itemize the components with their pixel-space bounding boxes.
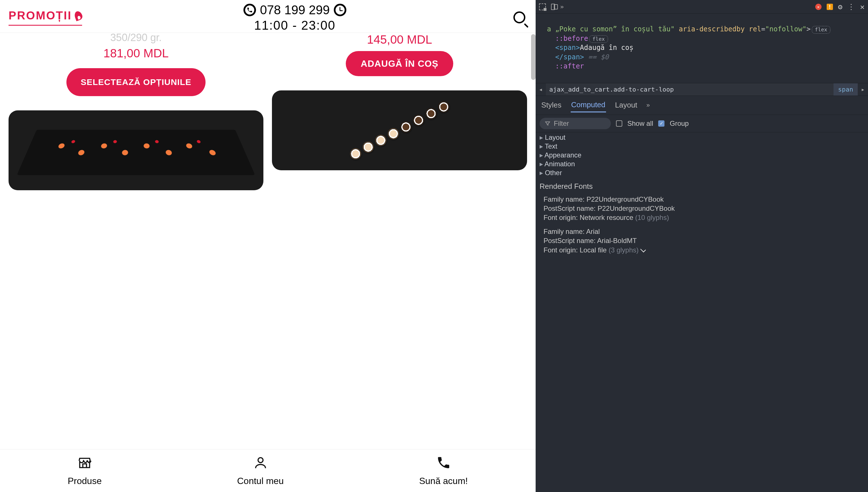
- promo-tab[interactable]: PROMOȚII: [8, 3, 82, 26]
- site-content: 350/290 gr. 181,00 MDL SELECTEAZĂ OPȚIUN…: [0, 33, 536, 449]
- clock-icon: [334, 4, 346, 16]
- flex-pill[interactable]: flex: [812, 26, 831, 33]
- dom-attr: rel: [749, 25, 761, 33]
- shop-icon: [77, 455, 92, 472]
- header-center: 078 199 299 11:00 - 23:00: [82, 3, 508, 32]
- add-to-cart-button[interactable]: ADAUGĂ ÎN COȘ: [346, 51, 453, 76]
- font-family-value: P22UndergroundCYBook: [586, 195, 664, 203]
- promo-label: PROMOȚII: [8, 9, 72, 22]
- phone-circle-icon: [243, 4, 256, 16]
- close-devtools-icon[interactable]: ✕: [860, 3, 865, 11]
- product-col-left: 350/290 gr. 181,00 MDL SELECTEAZĂ OPȚIUN…: [8, 33, 263, 449]
- select-options-button[interactable]: SELECTEAZĂ OPȚIUNILE: [67, 68, 206, 96]
- product-price: 181,00 MDL: [103, 47, 169, 60]
- group-row[interactable]: Appearance: [540, 151, 868, 159]
- rendered-fonts-title: Rendered Fonts: [536, 180, 868, 194]
- svg-point-0: [258, 458, 263, 463]
- font-ps-value: P22UndergroundCYBook: [598, 204, 675, 212]
- crumb-selected-tag[interactable]: span: [834, 83, 858, 96]
- nav-label: Sună acum!: [419, 476, 468, 486]
- font-ps-label: PostScript name:: [544, 204, 598, 212]
- warnings-icon[interactable]: !: [827, 4, 833, 10]
- font-family-value: Arial: [586, 228, 600, 235]
- nav-contul[interactable]: Contul meu: [237, 455, 284, 486]
- nav-label: Contul meu: [237, 476, 284, 486]
- user-icon: [253, 455, 268, 472]
- product-col-right: 145,00 MDL ADAUGĂ ÎN COȘ: [272, 33, 527, 449]
- tab-computed[interactable]: Computed: [571, 98, 606, 113]
- tab-styles[interactable]: Styles: [541, 98, 562, 112]
- flex-pill[interactable]: flex: [589, 35, 608, 43]
- product-image[interactable]: [8, 110, 263, 190]
- crumb-class[interactable]: ajax_add_to_cart.add-to-cart-loop: [546, 83, 834, 96]
- rendered-fonts: Rendered Fonts Family name: P22Undergrou…: [536, 180, 868, 492]
- font-family-label: Family name:: [544, 228, 586, 235]
- checkbox-showall[interactable]: [616, 120, 622, 127]
- dom-attr: aria-describedby: [679, 25, 744, 33]
- filter-placeholder: Filter: [554, 120, 569, 127]
- font-family-label: Family name:: [544, 195, 587, 203]
- product-image[interactable]: [272, 91, 527, 170]
- inspect-icon[interactable]: [539, 3, 546, 10]
- group-row[interactable]: Layout: [540, 133, 868, 142]
- mouse-cursor-icon: [641, 247, 646, 253]
- sushi-rolls-icon: [348, 99, 451, 162]
- label-group: Group: [669, 120, 689, 127]
- group-row[interactable]: Other: [540, 168, 868, 177]
- crumb-scroll-right[interactable]: ▸: [858, 86, 868, 93]
- checkbox-group[interactable]: ✓: [658, 120, 664, 127]
- kebab-menu-icon[interactable]: ⋮: [847, 3, 855, 11]
- font-block: Family name: P22UndergroundCYBook PostSc…: [536, 194, 868, 226]
- font-ps-value: Arial-BoldMT: [597, 237, 637, 244]
- dom-tag: </span>: [555, 53, 584, 61]
- sushi-platter-icon: [17, 129, 255, 175]
- dom-pseudo: ::after: [555, 62, 584, 70]
- dom-tag: <span>: [555, 44, 580, 52]
- font-glyphs: (10 glyphs): [633, 214, 669, 221]
- phone-number[interactable]: 078 199 299: [260, 3, 330, 17]
- scrollbar-thumb[interactable]: [531, 34, 536, 80]
- dom-attr-value: "nofollow": [765, 25, 807, 33]
- search-icon[interactable]: [514, 11, 527, 25]
- errors-icon[interactable]: ✕: [815, 4, 821, 10]
- font-block: Family name: Arial PostScript name: Aria…: [536, 226, 868, 258]
- dollar-zero: == $0: [588, 53, 609, 61]
- product-weight: 350/290 gr.: [110, 33, 162, 44]
- site-footer: Produse Contul meu Sună acum!: [0, 449, 536, 492]
- funnel-icon: [545, 121, 550, 126]
- font-origin-value: Network resource: [580, 214, 633, 221]
- opening-hours: 11:00 - 23:00: [254, 18, 336, 32]
- tab-layout[interactable]: Layout: [614, 98, 638, 112]
- dom-text: Adaugă în coș: [580, 44, 633, 52]
- styles-subtabs: Styles Computed Layout »: [536, 96, 868, 115]
- group-row[interactable]: Animation: [540, 159, 868, 168]
- font-glyphs: (3 glyphs): [607, 246, 638, 254]
- dom-tree[interactable]: a „Poke cu somon” în coșul tău" aria-des…: [536, 14, 868, 83]
- device-mode-icon[interactable]: [551, 4, 555, 10]
- font-origin-value: Local file: [580, 246, 607, 254]
- crumb-scroll-left[interactable]: ◂: [536, 86, 546, 93]
- group-row[interactable]: Text: [540, 142, 868, 151]
- nav-suna[interactable]: Sună acum!: [419, 455, 468, 486]
- devtools-toolbar: » ✕ ! ⚙ ⋮ ✕: [536, 0, 868, 14]
- nav-produse[interactable]: Produse: [68, 455, 102, 486]
- product-price: 145,00 MDL: [367, 33, 432, 47]
- font-ps-label: PostScript name:: [544, 237, 597, 244]
- computed-filter-row: Filter Show all ✓ Group: [536, 115, 868, 132]
- phone-icon: [436, 455, 451, 472]
- devtools-panel: » ✕ ! ⚙ ⋮ ✕ a „Poke cu somon” în coșul t…: [536, 0, 868, 492]
- subtabs-overflow-icon[interactable]: »: [647, 101, 650, 109]
- font-origin-label: Font origin:: [544, 246, 580, 254]
- dom-pseudo: ::before: [555, 34, 588, 43]
- website-viewport: PROMOȚII 078 199 299 11:00 - 23:00 350/2…: [0, 0, 536, 492]
- dom-text: a „Poke cu somon” în coșul tău": [547, 25, 675, 33]
- computed-groups: Layout Text Appearance Animation Other: [536, 132, 868, 180]
- nav-label: Produse: [68, 476, 102, 486]
- tabs-overflow-icon[interactable]: »: [560, 3, 564, 10]
- label-showall: Show all: [627, 120, 653, 127]
- site-header: PROMOȚII 078 199 299 11:00 - 23:00: [0, 0, 536, 33]
- font-origin-label: Font origin:: [544, 214, 580, 221]
- gear-icon[interactable]: ⚙: [838, 3, 843, 11]
- breadcrumb: ◂ ajax_add_to_cart.add-to-cart-loop span…: [536, 83, 868, 96]
- filter-input[interactable]: Filter: [540, 118, 611, 129]
